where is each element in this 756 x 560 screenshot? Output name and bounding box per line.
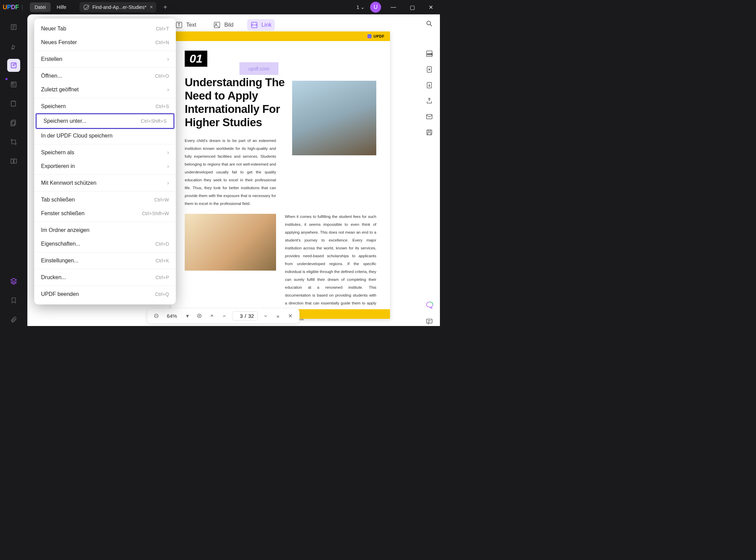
menu-quit[interactable]: UPDF beendenCtrl+Q	[34, 287, 176, 301]
minimize-button[interactable]: —	[387, 1, 400, 13]
menu-settings[interactable]: Einstellungen...Ctrl+K	[34, 254, 176, 268]
menu-save[interactable]: SpeichernCtrl+S	[34, 100, 176, 113]
svg-rect-22	[428, 130, 430, 132]
window-count[interactable]: 1 ⌄	[356, 4, 365, 10]
text-icon	[175, 21, 183, 29]
body-column-left: Every child's dream is to be part of an …	[185, 137, 276, 323]
close-pager-button[interactable]: ✕	[286, 312, 295, 321]
menu-new-tab[interactable]: Neuer TabCtrl+T	[34, 22, 176, 36]
form-tool-icon[interactable]	[7, 78, 20, 91]
brand-mini-logo-icon	[367, 34, 372, 38]
chevron-right-icon: ›	[167, 56, 169, 62]
document-page[interactable]: UPDF 01 Understanding The Need to Apply …	[171, 31, 390, 319]
menu-hilfe[interactable]: Hilfe	[52, 2, 71, 12]
edit-link-label: Link	[261, 22, 271, 28]
menu-bar: Datei Hilfe	[30, 2, 71, 12]
datei-dropdown-menu: Neuer TabCtrl+T Neues FensterCtrl+N Erst…	[34, 18, 176, 304]
page-number-box[interactable]: 3 / 32	[232, 311, 258, 321]
svg-rect-24	[427, 319, 432, 323]
menu-save-as[interactable]: Speichern unter...Ctrl+Shift+S	[37, 114, 173, 128]
menu-separator	[34, 286, 176, 286]
email-icon[interactable]	[426, 113, 434, 121]
new-tab-button[interactable]: +	[163, 3, 167, 11]
link-annotation[interactable]: updf.com	[239, 62, 278, 75]
close-button[interactable]: ✕	[425, 1, 437, 13]
tab-document-icon	[83, 4, 89, 10]
zoom-in-button[interactable]	[195, 312, 204, 321]
convert-icon[interactable]	[426, 81, 434, 90]
para-right: When it comes to fulfilling the student …	[285, 213, 376, 323]
menu-separator	[34, 98, 176, 98]
menu-print[interactable]: Drucken...Ctrl+P	[34, 271, 176, 284]
hero-image-right	[292, 81, 376, 155]
menu-properties[interactable]: Eigenschaften...Ctrl+D	[34, 237, 176, 251]
body-columns: Every child's dream is to be part of an …	[185, 137, 376, 323]
app-logo: UPDF	[3, 4, 19, 11]
user-avatar[interactable]: U	[370, 2, 381, 13]
svg-rect-23	[428, 133, 431, 135]
maximize-button[interactable]: ▢	[406, 1, 419, 13]
document-tab[interactable]: Find-and-Ap...er-Studies* ×	[79, 2, 156, 12]
menu-save-cloud[interactable]: In der UPDF Cloud speichern	[34, 129, 176, 143]
menu-export[interactable]: Exportieren in›	[34, 159, 176, 173]
search-icon[interactable]	[426, 20, 434, 28]
menu-open[interactable]: Öffnen...Ctrl+O	[34, 69, 176, 83]
reader-tool-icon[interactable]	[7, 21, 20, 34]
svg-rect-8	[14, 159, 16, 164]
tab-close-icon[interactable]: ×	[150, 4, 153, 10]
chevron-right-icon: ›	[167, 163, 169, 169]
ai-assistant-icon[interactable]	[425, 301, 434, 310]
edit-text-button[interactable]: Text	[172, 19, 199, 31]
compress-icon[interactable]	[426, 66, 434, 74]
edit-mode-toolbar: Text Bild Link	[172, 19, 275, 31]
comment-icon[interactable]	[426, 318, 434, 326]
svg-rect-20	[427, 115, 432, 119]
edit-tool-icon[interactable]	[7, 59, 20, 72]
title-bar: UPDF | Datei Hilfe Find-and-Ap...er-Stud…	[0, 0, 440, 14]
highlight-tool-icon[interactable]	[7, 40, 20, 53]
svg-point-15	[427, 21, 431, 25]
image-icon	[213, 21, 221, 29]
layers-icon[interactable]	[7, 275, 20, 288]
pages-tool-icon[interactable]	[7, 116, 20, 129]
menu-separator	[34, 191, 176, 192]
menu-save-as-type[interactable]: Speichern als›	[34, 146, 176, 159]
right-toolbar: OCR	[419, 14, 440, 326]
menu-close-tab[interactable]: Tab schließenCtrl+W	[34, 193, 176, 207]
organize-tool-icon[interactable]	[7, 97, 20, 110]
edit-text-label: Text	[186, 22, 196, 28]
zoom-level[interactable]: 64%	[165, 313, 180, 319]
bookmark-icon[interactable]	[7, 294, 20, 307]
menu-close-window[interactable]: Fenster schließenCtrl+Shift+W	[34, 207, 176, 220]
compare-tool-icon[interactable]	[7, 155, 20, 168]
ocr-icon[interactable]: OCR	[426, 50, 434, 58]
menu-create[interactable]: Erstellen›	[34, 52, 176, 66]
crop-tool-icon[interactable]	[7, 135, 20, 148]
save-icon[interactable]	[426, 129, 434, 137]
share-icon[interactable]	[426, 97, 434, 105]
menu-show-folder[interactable]: Im Ordner anzeigen	[34, 223, 176, 237]
page-content: 01 Understanding The Need to Apply Inter…	[171, 41, 390, 326]
next-page-button[interactable]	[261, 312, 270, 321]
page-header-band: UPDF	[171, 31, 390, 41]
menu-recent[interactable]: Zuletzt geöffnet›	[34, 83, 176, 96]
first-page-button[interactable]	[208, 312, 217, 321]
page-separator: /	[245, 313, 246, 319]
edit-link-button[interactable]: Link	[247, 19, 275, 31]
link-icon	[250, 21, 258, 29]
last-page-button[interactable]	[273, 312, 282, 321]
chevron-right-icon: ›	[167, 87, 169, 93]
title-bar-right: 1 ⌄ U — ▢ ✕	[356, 1, 437, 13]
chevron-right-icon: ›	[167, 180, 169, 186]
menu-password[interactable]: Mit Kennwort schützen›	[34, 176, 176, 190]
edit-image-button[interactable]: Bild	[210, 19, 237, 31]
menu-datei[interactable]: Datei	[30, 2, 51, 12]
prev-page-button[interactable]	[220, 312, 229, 321]
zoom-out-button[interactable]	[152, 312, 161, 321]
svg-rect-1	[11, 63, 16, 68]
menu-new-window[interactable]: Neues FensterCtrl+N	[34, 36, 176, 49]
page-header-brand: UPDF	[374, 34, 384, 38]
attachment-icon[interactable]	[7, 313, 20, 326]
menu-separator	[34, 252, 176, 252]
zoom-dropdown-icon[interactable]: ▾	[183, 312, 192, 321]
